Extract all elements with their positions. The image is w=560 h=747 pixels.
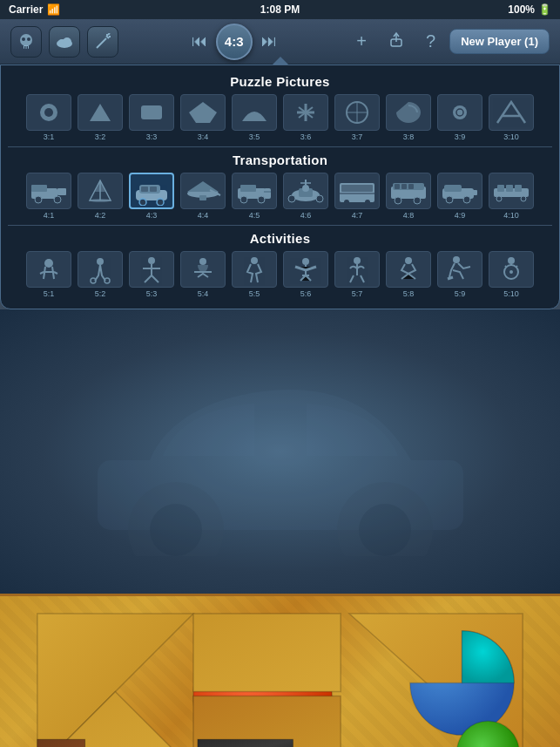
svg-rect-74 xyxy=(497,185,504,192)
svg-point-17 xyxy=(44,108,53,117)
skull-button[interactable] xyxy=(10,26,42,58)
puzzle-label-39: 3:9 xyxy=(455,132,466,141)
svg-line-13 xyxy=(108,33,110,35)
puzzle-item-310[interactable]: 3:10 xyxy=(487,94,536,141)
puzzle-counter[interactable]: 4:3 xyxy=(216,24,253,60)
puzzle-label-35: 3:5 xyxy=(249,132,260,141)
puzzle-item-57[interactable]: 5:7 xyxy=(333,251,381,298)
cloud-button[interactable] xyxy=(49,26,80,58)
transportation-title: Transportation xyxy=(8,153,552,167)
activities-section: Activities 5:1 xyxy=(8,231,552,298)
puzzle-item-39[interactable]: 3:9 xyxy=(435,94,484,141)
svg-rect-107 xyxy=(198,739,293,747)
puzzle-item-46[interactable]: 4:6 xyxy=(281,173,330,220)
svg-point-48 xyxy=(258,196,265,203)
puzzle-item-51[interactable]: 5:1 xyxy=(24,251,73,298)
puzzle-thumb-33 xyxy=(129,94,174,131)
puzzle-thumb-59 xyxy=(437,251,482,288)
new-player-button[interactable]: New Player (1) xyxy=(449,29,550,54)
puzzle-item-33[interactable]: 3:3 xyxy=(127,94,176,141)
puzzle-item-47[interactable]: 4:7 xyxy=(333,173,381,220)
puzzle-thumb-43 xyxy=(129,173,174,209)
svg-rect-65 xyxy=(408,184,414,189)
puzzle-item-31[interactable]: 3:1 xyxy=(24,94,73,141)
puzzle-item-32[interactable]: 3:2 xyxy=(76,94,125,141)
svg-line-9 xyxy=(97,38,106,48)
puzzle-thumb-44 xyxy=(180,173,226,209)
svg-rect-64 xyxy=(401,184,407,189)
wand-button[interactable] xyxy=(87,26,118,58)
svg-point-55 xyxy=(316,195,323,202)
svg-point-98 xyxy=(150,504,202,556)
svg-point-79 xyxy=(44,259,53,268)
svg-point-90 xyxy=(508,257,515,264)
svg-rect-63 xyxy=(395,184,400,189)
activities-grid: 5:1 5:2 xyxy=(8,251,552,298)
puzzle-thumb-57 xyxy=(334,251,380,288)
puzzle-label-37: 3:7 xyxy=(352,132,363,141)
puzzle-thumb-42 xyxy=(78,173,123,209)
puzzle-item-55[interactable]: 5:5 xyxy=(230,251,279,298)
puzzle-thumb-31 xyxy=(26,94,71,131)
puzzle-item-510[interactable]: 5:10 xyxy=(487,251,536,298)
puzzle-item-54[interactable]: 5:4 xyxy=(179,251,227,298)
svg-point-71 xyxy=(446,196,453,203)
add-button[interactable]: + xyxy=(349,28,374,55)
puzzle-item-35[interactable]: 3:5 xyxy=(230,94,279,141)
puzzle-item-53[interactable]: 5:3 xyxy=(127,251,176,298)
activities-title: Activities xyxy=(8,231,552,246)
puzzle-item-34[interactable]: 3:4 xyxy=(179,94,227,141)
puzzle-item-49[interactable]: 4:9 xyxy=(435,173,484,220)
svg-rect-1 xyxy=(24,45,29,49)
puzzle-label-44: 4:4 xyxy=(198,211,209,220)
svg-point-88 xyxy=(405,257,412,264)
prev-button[interactable]: ⏮ xyxy=(188,29,211,54)
puzzle-thumb-52 xyxy=(78,251,123,288)
svg-line-94 xyxy=(505,266,506,267)
puzzle-label-42: 4:2 xyxy=(95,211,106,220)
puzzle-item-42[interactable]: 4:2 xyxy=(76,173,125,220)
svg-point-92 xyxy=(509,270,513,274)
puzzle-item-38[interactable]: 3:8 xyxy=(384,94,433,141)
puzzle-thumb-58 xyxy=(386,251,431,288)
svg-point-35 xyxy=(90,199,111,202)
svg-point-47 xyxy=(240,196,247,203)
help-button[interactable]: ? xyxy=(419,28,442,55)
puzzle-thumb-41 xyxy=(26,173,71,209)
puzzle-label-47: 4:7 xyxy=(352,211,363,220)
puzzle-label-56: 5:6 xyxy=(300,289,312,298)
section-divider-2 xyxy=(8,225,552,226)
svg-point-80 xyxy=(97,258,104,265)
next-button[interactable]: ⏭ xyxy=(258,29,280,54)
puzzle-item-52[interactable]: 5:2 xyxy=(76,251,125,298)
svg-point-8 xyxy=(63,37,71,46)
puzzle-item-410[interactable]: 4:10 xyxy=(487,173,536,220)
svg-point-3 xyxy=(27,37,30,41)
svg-rect-75 xyxy=(506,185,513,192)
battery-label: 100% xyxy=(508,3,535,16)
puzzle-label-45: 4:5 xyxy=(249,211,260,220)
puzzle-item-41[interactable]: 4:1 xyxy=(24,173,73,220)
status-bar: Carrier 📶 1:08 PM 100% 🔋 xyxy=(0,0,560,19)
puzzle-label-54: 5:4 xyxy=(198,289,209,298)
puzzle-thumb-46 xyxy=(283,173,328,209)
puzzle-item-48[interactable]: 4:8 xyxy=(384,173,433,220)
puzzle-item-59[interactable]: 5:9 xyxy=(435,251,484,298)
puzzle-item-37[interactable]: 3:7 xyxy=(333,94,381,141)
status-right: 100% 🔋 xyxy=(508,3,551,16)
share-button[interactable] xyxy=(381,27,412,56)
svg-point-85 xyxy=(251,257,258,264)
puzzle-thumb-510 xyxy=(489,251,534,288)
puzzle-thumb-32 xyxy=(78,94,123,131)
puzzle-item-58[interactable]: 5:8 xyxy=(384,251,433,298)
puzzle-item-44[interactable]: 4:4 xyxy=(179,173,227,220)
puzzle-label-41: 4:1 xyxy=(44,211,55,220)
svg-point-58 xyxy=(344,200,349,205)
puzzle-item-43[interactable]: 4:3 xyxy=(127,173,176,220)
svg-point-77 xyxy=(496,196,502,201)
puzzle-item-36[interactable]: 3:6 xyxy=(281,94,330,141)
svg-rect-43 xyxy=(199,195,206,200)
puzzle-thumb-49 xyxy=(437,173,482,209)
puzzle-item-56[interactable]: 5:6 xyxy=(281,251,330,298)
puzzle-item-45[interactable]: 4:5 xyxy=(230,173,279,220)
